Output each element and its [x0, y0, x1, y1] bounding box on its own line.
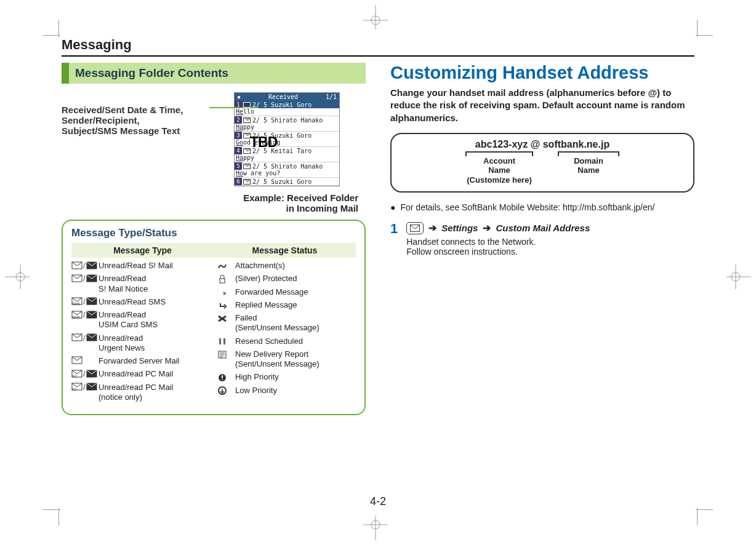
arrow-icon: ➔	[483, 222, 491, 234]
message-type-status-box: Message Type/Status Message Type Message…	[62, 220, 366, 415]
lead-paragraph: Change your handset mail address (alphan…	[390, 87, 694, 124]
status-label: Low Priority	[235, 386, 356, 396]
status-label: (Silver) Protected	[235, 274, 356, 284]
registration-mark	[345, 515, 406, 540]
section-heading: Messaging Folder Contents	[62, 63, 366, 84]
page-number: 4-2	[62, 495, 694, 508]
phone-message-row: 62/ 5 Suzuki Goro	[235, 178, 339, 186]
bullet-text: For details, see SoftBank Mobile Website…	[400, 202, 654, 212]
status-icon	[217, 349, 235, 359]
account-name-label: Account Name (Customize here)	[465, 151, 533, 185]
step-item-settings: Settings	[441, 223, 478, 233]
status-item: Attachment(s)	[217, 261, 356, 271]
tbd-overlay: TBD	[250, 134, 277, 151]
status-label: New Delivery Report(Sent/Unsent Message)	[235, 349, 356, 370]
phone-title: Received	[241, 93, 326, 100]
type-item: Forwarded Server Mail	[71, 356, 211, 366]
type-label: Forwarded Server Mail	[99, 356, 211, 366]
bullet-icon: ●	[390, 202, 395, 212]
svg-text:PC: PC	[72, 375, 78, 378]
main-heading: Customizing Handset Address	[390, 63, 694, 83]
crop-mark	[43, 20, 64, 41]
status-item: High Priority	[217, 372, 356, 382]
phone-message-row: 22/ 5 Shirato HanakoHappy	[235, 116, 339, 132]
status-icon	[217, 287, 235, 297]
status-label: Attachment(s)	[235, 261, 356, 271]
phone-message-row: 12/ 5 Suzuki GoroHello	[235, 101, 339, 116]
status-icon	[217, 313, 235, 323]
mail-type-icon: /	[71, 274, 99, 283]
status-item: (Silver) Protected	[217, 274, 356, 284]
svg-text:PC: PC	[87, 375, 92, 378]
type-item: PC/PCUnread/read PC Mail(notice only)	[71, 383, 211, 403]
type-label: Unread/ReadS! Mail Notice	[99, 274, 211, 294]
col-header-status: Message Status	[214, 243, 356, 258]
mail-type-icon: SMS/SMS	[71, 310, 99, 319]
registration-mark	[726, 246, 751, 308]
status-icon	[217, 300, 235, 310]
type-item: /Unread/readUrgent News	[71, 333, 211, 354]
status-label: Resend Scheduled	[235, 336, 356, 346]
arrow-icon: ➔	[428, 222, 436, 234]
status-label: High Priority	[235, 372, 356, 382]
status-icon	[217, 261, 235, 271]
svg-text:SMS: SMS	[72, 316, 80, 319]
registration-mark	[345, 5, 406, 30]
crop-mark	[43, 504, 64, 525]
type-item: PC/PCUnread/read PC Mail	[71, 369, 211, 379]
type-item: /Unread/ReadS! Mail Notice	[71, 274, 211, 294]
type-status-title: Message Type/Status	[71, 227, 356, 239]
svg-text:PC: PC	[72, 388, 78, 391]
status-item: Failed(Sent/Unsent Message)	[217, 313, 356, 333]
crop-mark	[692, 20, 713, 41]
status-label: Forwarded Message	[235, 287, 356, 297]
type-label: Unread/read PC Mail	[99, 369, 211, 379]
phone-message-row: 52/ 5 Shirato HanakoHow are you?	[235, 162, 339, 178]
status-item: Replied Message	[217, 300, 356, 310]
phone-page-counter: 1/1	[326, 93, 337, 100]
mail-type-icon: PC/PC	[71, 383, 99, 392]
step-number: 1	[390, 222, 398, 257]
left-column: Messaging Folder Contents Received/Sent …	[62, 63, 366, 489]
address-example: abc123-xyz @ softbank.ne.jp	[400, 139, 685, 150]
status-icon	[217, 372, 235, 382]
type-label: Unread/readUrgent News	[99, 333, 211, 354]
step-item-custom-mail: Custom Mail Address	[496, 223, 590, 233]
domain-name-label: Domain Name	[558, 151, 619, 185]
mail-type-icon: SMS/SMS	[71, 297, 99, 306]
details-bullet: ● For details, see SoftBank Mobile Websi…	[390, 202, 694, 212]
crop-mark	[692, 504, 713, 525]
svg-text:SMS: SMS	[87, 316, 95, 319]
page-title: Messaging	[62, 37, 694, 57]
type-item: SMS/SMSUnread/ReadUSIM Card SMS	[71, 310, 211, 330]
right-column: Customizing Handset Address Change your …	[390, 63, 694, 489]
svg-rect-36	[219, 338, 221, 344]
type-item: SMS/SMSUnread/Read SMS	[71, 297, 211, 307]
example-caption: Example: Received Folder in Incoming Mai…	[62, 193, 366, 213]
col-header-type: Message Type	[71, 243, 214, 258]
svg-rect-35	[220, 279, 225, 283]
type-label: Unread/read PC Mail(notice only)	[99, 383, 211, 403]
address-example-box: abc123-xyz @ softbank.ne.jp Account Name…	[390, 133, 694, 193]
svg-text:SMS: SMS	[87, 302, 95, 306]
type-label: Unread/ReadUSIM Card SMS	[99, 310, 211, 330]
status-icon	[217, 386, 235, 396]
step-subtext: Follow onscreen instructions.	[406, 247, 590, 257]
svg-text:SMS: SMS	[72, 302, 80, 306]
status-item: New Delivery Report(Sent/Unsent Message)	[217, 349, 356, 370]
step-subtext: Handset connects to the Network.	[406, 237, 590, 247]
type-item: /Unread/Read S! Mail	[71, 261, 211, 271]
status-item: Forwarded Message	[217, 287, 356, 297]
svg-text:PC: PC	[87, 388, 92, 391]
annotation-leader-line	[209, 107, 259, 108]
status-label: Failed(Sent/Unsent Message)	[235, 313, 356, 333]
status-icon	[217, 274, 235, 284]
status-label: Replied Message	[235, 300, 356, 310]
type-label: Unread/Read SMS	[99, 297, 211, 307]
registration-mark	[5, 246, 30, 308]
step-1: 1 ➔ Settings ➔ Custom Mail Address Hands…	[390, 222, 694, 257]
status-item: Resend Scheduled	[217, 336, 356, 346]
mail-type-icon: PC/PC	[71, 369, 99, 378]
annotation-label: Received/Sent Date & Time,Sender/Recipie…	[62, 105, 203, 186]
type-label: Unread/Read S! Mail	[99, 261, 211, 271]
